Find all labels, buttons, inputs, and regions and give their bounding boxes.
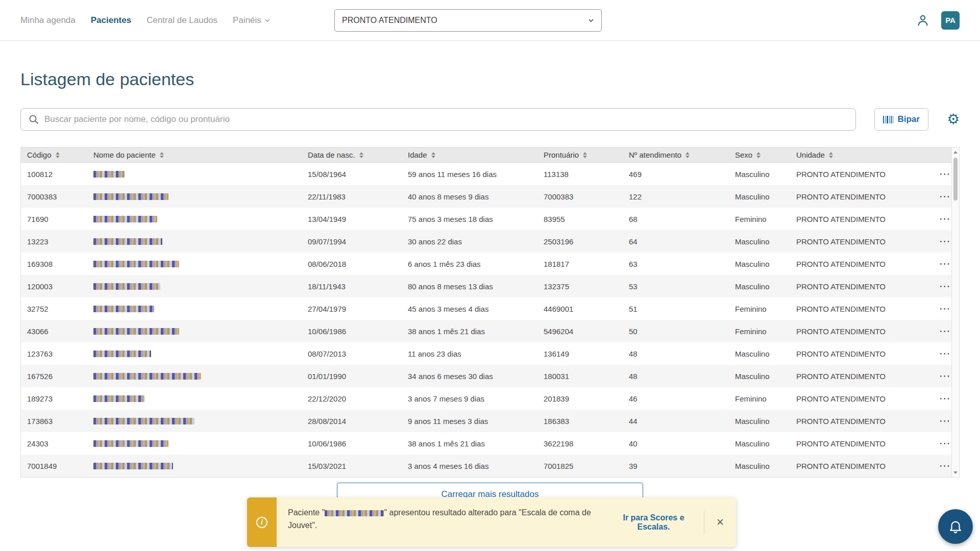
- cell-sexo: Feminino: [735, 327, 796, 336]
- scroll-down-arrow[interactable]: [952, 469, 959, 476]
- cell-atendimento: 63: [629, 260, 735, 268]
- cell-atendimento: 50: [629, 327, 735, 336]
- cell-atendimento: 46: [629, 394, 735, 403]
- table-row[interactable]: 100812 15/08/1964 59 anos 11 meses 16 di…: [21, 163, 959, 185]
- sort-icon: [359, 152, 363, 158]
- toast-scores-link[interactable]: Ir para Scores e Escalas.: [603, 497, 704, 547]
- table-row[interactable]: 24303 10/06/1986 38 anos 1 mês 21 dias 3…: [21, 432, 959, 455]
- cell-atendimento: 48: [629, 372, 735, 381]
- table-row[interactable]: 120003 18/11/1943 80 anos 8 meses 13 dia…: [21, 275, 959, 297]
- cell-sexo: Masculino: [735, 417, 796, 425]
- column-header-unidade[interactable]: Unidade: [796, 151, 930, 159]
- cell-nome: [93, 463, 308, 469]
- toast-message: Paciente "" apresentou resultado alterad…: [277, 497, 603, 547]
- table-row[interactable]: 173863 28/08/2014 9 anos 11 meses 3 dias…: [21, 410, 959, 432]
- redacted-patient-name: [93, 283, 160, 290]
- column-header-atendimento[interactable]: Nº atendimento: [629, 151, 735, 159]
- page-title: Listagem de pacientes: [20, 68, 960, 90]
- table-row[interactable]: 123763 08/07/2013 11 anos 23 dias 136149…: [21, 342, 959, 365]
- cell-nome: [93, 216, 308, 222]
- cell-idade: 11 anos 23 dias: [408, 349, 544, 358]
- column-header-codigo[interactable]: Código: [21, 151, 93, 159]
- cell-prontuario: 83955: [544, 215, 629, 223]
- table-scrollbar[interactable]: [951, 147, 959, 477]
- table-row[interactable]: 71690 13/04/1949 75 anos 3 meses 18 dias…: [21, 208, 959, 230]
- column-header-data-nasc[interactable]: Data de nasc.: [308, 151, 408, 159]
- cell-data-nasc: 08/07/2013: [308, 349, 408, 358]
- cell-idade: 3 anos 4 meses 16 dias: [408, 462, 544, 470]
- cell-codigo: 71690: [21, 215, 93, 223]
- table-row[interactable]: 167526 01/01/1990 34 anos 6 meses 30 dia…: [21, 365, 959, 387]
- user-icon[interactable]: [916, 13, 930, 28]
- scrollbar-thumb[interactable]: [953, 158, 958, 201]
- cell-idade: 45 anos 3 meses 4 dias: [408, 305, 544, 313]
- table-row[interactable]: 43066 10/06/1986 38 anos 1 mês 21 dias 5…: [21, 320, 959, 342]
- sort-icon: [583, 152, 587, 158]
- cell-codigo: 13223: [21, 237, 93, 246]
- cell-sexo: Masculino: [735, 282, 796, 291]
- cell-unidade: PRONTO ATENDIMENTO: [796, 462, 930, 470]
- cell-codigo: 7001849: [21, 462, 93, 470]
- chevron-down-icon: [264, 17, 271, 23]
- nav-item-minha-agenda[interactable]: Minha agenda: [20, 15, 76, 26]
- cell-sexo: Masculino: [735, 349, 796, 358]
- cell-data-nasc: 15/08/1964: [308, 170, 408, 179]
- redacted-patient-name: [93, 440, 168, 447]
- redacted-patient-name: [93, 350, 151, 357]
- avatar[interactable]: PA: [941, 11, 960, 30]
- bell-icon: [948, 519, 963, 534]
- scroll-up-arrow[interactable]: [952, 148, 959, 156]
- table-row[interactable]: 7000383 22/11/1983 40 anos 8 meses 9 dia…: [21, 185, 959, 208]
- table-row[interactable]: 189273 22/12/2020 3 anos 7 meses 9 dias …: [21, 387, 959, 410]
- search-icon: [28, 114, 39, 125]
- nav-item-paineis[interactable]: Painéis: [233, 15, 271, 26]
- bipar-button[interactable]: Bipar: [874, 108, 928, 131]
- column-header-prontuario[interactable]: Prontuário: [544, 151, 629, 159]
- cell-idade: 59 anos 11 meses 16 dias: [408, 170, 544, 179]
- cell-sexo: Masculino: [735, 372, 796, 381]
- redacted-patient-name: [93, 193, 168, 200]
- cell-atendimento: 68: [629, 215, 735, 223]
- cell-codigo: 189273: [21, 394, 93, 403]
- cell-idade: 38 anos 1 mês 21 dias: [408, 439, 544, 448]
- column-header-idade[interactable]: Idade: [408, 151, 544, 159]
- redacted-patient-name: [93, 171, 125, 178]
- cell-atendimento: 51: [629, 305, 735, 313]
- search-input[interactable]: [44, 114, 848, 124]
- settings-gear-icon[interactable]: ⚙: [947, 112, 960, 127]
- cell-data-nasc: 22/12/2020: [308, 394, 408, 403]
- redacted-patient-name: [93, 463, 173, 469]
- table-row[interactable]: 13223 09/07/1994 30 anos 22 dias 2503196…: [21, 230, 959, 253]
- cell-nome: [93, 395, 308, 402]
- nav-item-pacientes[interactable]: Pacientes: [91, 15, 131, 26]
- cell-sexo: Masculino: [735, 237, 796, 246]
- table-row[interactable]: 169308 08/06/2018 6 anos 1 mês 23 dias 1…: [21, 253, 959, 275]
- cell-data-nasc: 09/07/1994: [308, 237, 408, 246]
- column-header-nome[interactable]: Nome do paciente: [93, 151, 308, 159]
- redacted-patient-name: [325, 510, 384, 516]
- sort-icon: [160, 152, 164, 158]
- cell-idade: 80 anos 8 meses 13 dias: [408, 282, 544, 291]
- cell-codigo: 173863: [21, 417, 93, 425]
- cell-prontuario: 113138: [544, 170, 629, 179]
- close-icon[interactable]: ✕: [704, 497, 736, 547]
- cell-unidade: PRONTO ATENDIMENTO: [796, 237, 930, 246]
- nav-item-central-de-laudos[interactable]: Central de Laudos: [146, 15, 217, 26]
- cell-prontuario: 7000383: [544, 192, 629, 201]
- column-header-sexo[interactable]: Sexo: [735, 151, 796, 159]
- cell-unidade: PRONTO ATENDIMENTO: [796, 327, 930, 336]
- table-row[interactable]: 7001849 15/03/2021 3 anos 4 meses 16 dia…: [21, 455, 959, 477]
- cell-unidade: PRONTO ATENDIMENTO: [796, 192, 930, 201]
- cell-prontuario: 7001825: [544, 462, 629, 470]
- table-row[interactable]: 32752 27/04/1979 45 anos 3 meses 4 dias …: [21, 297, 959, 320]
- cell-idade: 3 anos 7 meses 9 dias: [408, 394, 544, 403]
- sort-icon: [56, 152, 60, 158]
- cell-codigo: 123763: [21, 349, 93, 358]
- unit-select-dropdown[interactable]: PRONTO ATENDIMENTO: [334, 9, 602, 32]
- cell-sexo: Masculino: [735, 260, 796, 268]
- notifications-fab[interactable]: [938, 509, 973, 544]
- cell-atendimento: 48: [629, 349, 735, 358]
- cell-atendimento: 469: [629, 170, 735, 179]
- cell-data-nasc: 10/06/1986: [308, 327, 408, 336]
- table-rows: 100812 15/08/1964 59 anos 11 meses 16 di…: [21, 163, 959, 477]
